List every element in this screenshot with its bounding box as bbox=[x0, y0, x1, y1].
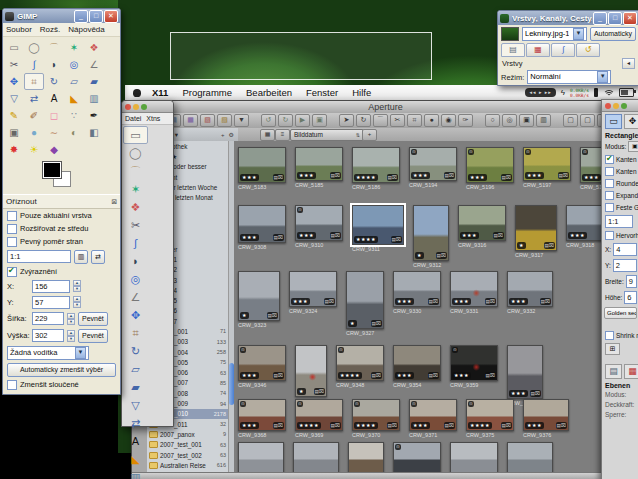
add-filter-button[interactable]: + bbox=[362, 129, 377, 141]
photo-item[interactable]: ⊙★★★▤⌧CRW_9371 bbox=[409, 399, 455, 438]
checkbox-feather[interactable] bbox=[605, 167, 614, 176]
tool-perspective-icon[interactable]: ▽ bbox=[123, 396, 148, 414]
photo-item[interactable]: ★★★▤⌧CRW_9324 bbox=[289, 271, 335, 314]
guides-select[interactable]: Žádná vodítka ▼ bbox=[7, 346, 89, 360]
image-select[interactable]: Lekníny.jpg-1 ▼ bbox=[522, 27, 587, 41]
photo-thumbnail[interactable]: ★▤⌧ bbox=[295, 345, 327, 397]
isync-icon[interactable] bbox=[594, 88, 598, 97]
tool-color-balance-icon[interactable]: ◧ bbox=[84, 124, 104, 141]
tab-menu-button[interactable]: ◂ bbox=[622, 58, 635, 69]
photo-action-icons[interactable]: ▤⌧ bbox=[544, 242, 555, 249]
photo-item[interactable]: ★★★▤⌧CRW_9308 bbox=[238, 205, 284, 250]
canvas-selection-rectangle[interactable] bbox=[170, 32, 432, 80]
x-spinner[interactable]: ▲▼ bbox=[73, 280, 81, 292]
photo-item[interactable]: ★★★▤⌧CRW_9316 bbox=[458, 205, 504, 248]
tool-text-icon[interactable]: A bbox=[44, 90, 64, 107]
checkbox-antialias[interactable] bbox=[605, 155, 614, 164]
photo-item[interactable]: ⊙★★★★▤⌧CRW_9370 bbox=[352, 399, 398, 438]
photo-item[interactable]: ★★★▤⌧CRW_9332 bbox=[507, 271, 551, 314]
menu-programme[interactable]: Programme bbox=[182, 87, 232, 98]
photo-action-icons[interactable]: ▤⌧ bbox=[273, 372, 284, 379]
tool-paintbrush-icon[interactable]: ✐ bbox=[24, 107, 44, 124]
photo-thumbnail[interactable]: ⊙★★★▤⌧ bbox=[466, 147, 514, 183]
select-tool-button[interactable]: ➤ bbox=[339, 114, 354, 127]
tool-free-select-icon[interactable]: ⌒ bbox=[123, 162, 148, 180]
photo-action-icons[interactable]: ▤⌧ bbox=[273, 422, 284, 429]
photo-item[interactable]: ★▤⌧CRW_9347 bbox=[295, 345, 325, 404]
photo-action-icons[interactable]: ▤⌧ bbox=[387, 174, 398, 181]
power-bolt-icon[interactable]: ϟ bbox=[561, 88, 565, 97]
photo-item[interactable] bbox=[450, 442, 496, 472]
tool-hue-saturation-icon[interactable]: ✸ bbox=[4, 141, 24, 158]
photo-item[interactable]: ★★★▤⌧CRW_9363 bbox=[507, 345, 541, 406]
photo-item[interactable]: ⊙★★★▤⌧CRW_9359 bbox=[450, 345, 496, 388]
photo-thumbnail[interactable]: ⊙★★★▤⌧ bbox=[409, 147, 457, 181]
tool-rect-select[interactable]: ▭ bbox=[605, 114, 622, 129]
minimize-traffic-light[interactable] bbox=[613, 103, 619, 109]
photo-thumbnail[interactable]: ★▤⌧ bbox=[515, 205, 557, 251]
photo-action-icons[interactable]: ▤⌧ bbox=[387, 422, 398, 429]
photo-action-icons[interactable]: ▤⌧ bbox=[330, 172, 341, 179]
checkbox-fixed-ratio[interactable] bbox=[7, 237, 17, 247]
tool-brightness-icon[interactable]: ☀ bbox=[24, 141, 44, 158]
import-button[interactable]: ▼ bbox=[234, 114, 249, 127]
gimp-mac-titlebar[interactable] bbox=[122, 101, 173, 113]
spot-tool-button[interactable]: ● bbox=[424, 114, 439, 127]
y-spinner[interactable]: ▲▼ bbox=[73, 296, 81, 308]
photo-item[interactable]: ⊙★★★★▤⌧CRW_9369 bbox=[295, 399, 341, 438]
tool-shear-icon[interactable]: ▰ bbox=[84, 73, 104, 90]
maximize-button[interactable]: □ bbox=[89, 10, 103, 23]
tool-rotate-icon[interactable]: ↻ bbox=[123, 342, 148, 360]
minimize-button[interactable]: _ bbox=[593, 12, 607, 25]
panel-mid-button[interactable]: ▢ bbox=[580, 114, 595, 127]
tool-dodge-burn-icon[interactable]: ◐ bbox=[64, 124, 84, 141]
menu-fenster[interactable]: Fenster bbox=[306, 87, 338, 98]
photo-item[interactable] bbox=[348, 442, 382, 472]
tool-scissors-icon[interactable]: ✂ bbox=[4, 56, 24, 73]
menu-bearbeiten[interactable]: Bearbeiten bbox=[246, 87, 292, 98]
photo-thumbnail[interactable]: ⊙★★★▤⌧ bbox=[450, 345, 498, 381]
minimize-traffic-light[interactable] bbox=[133, 104, 139, 110]
tool-fuzzy-select-icon[interactable]: ✶ bbox=[64, 39, 84, 56]
tab-layers[interactable]: ▤ bbox=[605, 364, 622, 379]
photo-item[interactable]: ⊙★★★▤⌧CRW_9346 bbox=[238, 345, 284, 388]
photo-thumbnail[interactable]: ★★★▤⌧ bbox=[289, 271, 337, 307]
photo-thumbnail[interactable]: ★★★▤⌧ bbox=[238, 147, 286, 183]
tool-bucket-fill-icon[interactable]: ◣ bbox=[123, 450, 148, 468]
photo-thumbnail[interactable]: ★★★▤⌧ bbox=[238, 205, 286, 243]
menu-xtns[interactable]: Xtns bbox=[146, 115, 160, 122]
options-menu-icon[interactable]: ⊠ bbox=[111, 198, 117, 206]
height-input[interactable]: 302 bbox=[32, 329, 64, 342]
photo-thumbnail[interactable]: ⊙★★★★▤⌧ bbox=[352, 399, 400, 431]
tool-magnify-icon[interactable]: ◎ bbox=[123, 270, 148, 288]
menu-hilfe[interactable]: Hilfe bbox=[352, 87, 371, 98]
photo-action-icons[interactable]: ▤⌧ bbox=[444, 172, 455, 179]
tab-channels[interactable]: ▦ bbox=[624, 364, 638, 379]
tool-rect-select-icon[interactable]: ▭ bbox=[123, 126, 148, 144]
auto-shrink-button[interactable]: ⊞ bbox=[605, 343, 620, 355]
de-ratio-input[interactable]: 1:1 bbox=[605, 215, 633, 228]
loupe-button[interactable]: ○ bbox=[485, 114, 500, 127]
photo-item[interactable]: ⊙ bbox=[393, 442, 439, 472]
layers-cz-titlebar[interactable]: Vrstvy, Kanály, Cesty, _ □ ✕ bbox=[498, 11, 638, 25]
ratio-swap-button[interactable]: ⇄ bbox=[91, 250, 105, 264]
battery-icon[interactable] bbox=[619, 88, 634, 97]
apple-menu-icon[interactable] bbox=[133, 89, 141, 97]
photo-item[interactable] bbox=[507, 442, 551, 472]
photo-item[interactable]: ⊙★★★★▤⌧CRW_9375 bbox=[466, 399, 512, 438]
tool-ellipse-select-icon[interactable]: ◯ bbox=[24, 39, 44, 56]
crop-tool-button[interactable]: ✂ bbox=[390, 114, 405, 127]
duplicate-button[interactable]: ▣ bbox=[312, 114, 327, 127]
photo-action-icons[interactable]: ▤⌧ bbox=[556, 422, 567, 429]
foreground-color-swatch[interactable] bbox=[43, 162, 61, 178]
photo-thumbnail[interactable]: ★★★▤⌧ bbox=[507, 345, 543, 399]
rotate-tool-button[interactable]: ↻ bbox=[356, 114, 371, 127]
photo-action-icons[interactable]: ▤⌧ bbox=[428, 372, 439, 379]
tool-color-picker-icon[interactable]: ◗ bbox=[123, 252, 148, 270]
tool-move-icon[interactable]: ✥ bbox=[123, 306, 148, 324]
photo-action-icons[interactable]: ▤⌧ bbox=[501, 174, 512, 181]
tool-eraser-icon[interactable]: ◻ bbox=[44, 107, 64, 124]
zoom-traffic-light[interactable] bbox=[621, 103, 627, 109]
maximize-button[interactable]: □ bbox=[608, 12, 622, 25]
width-input[interactable]: 229 bbox=[32, 312, 64, 325]
